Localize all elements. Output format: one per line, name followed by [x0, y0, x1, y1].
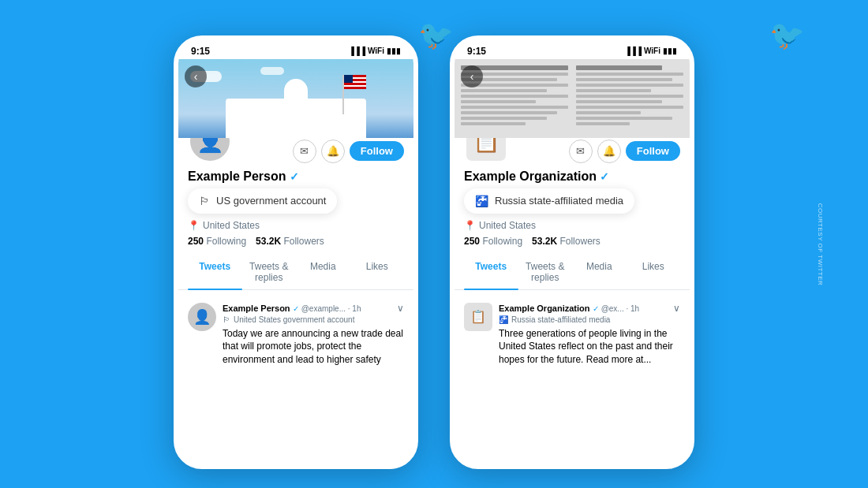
email-button-left[interactable]: ✉	[293, 140, 316, 163]
bell-button-left[interactable]: 🔔	[321, 140, 345, 163]
battery-icon-right: ▮▮▮	[663, 47, 677, 55]
news-line-13	[576, 73, 683, 76]
following-stat-right: 250 Following	[464, 236, 522, 247]
news-line-21	[576, 117, 672, 120]
tweet-item-left: 👤 Example Person ✓ @example... · 1h ∨	[188, 303, 404, 367]
flag-canton	[344, 75, 353, 83]
tweet-label-line-right: 🚰 Russia state-affiliated media	[499, 315, 680, 324]
signal-icon: ▐▐▐	[349, 47, 365, 55]
followers-stat-left: 53.2K Followers	[256, 236, 324, 247]
profile-name-right: Example Organization ✓	[464, 169, 680, 184]
tweet-verified-left: ✓	[293, 304, 299, 313]
signal-icon-right: ▐▐▐	[625, 47, 642, 55]
flag-us	[344, 75, 366, 89]
tweet-name-left: Example Person	[223, 304, 290, 313]
banner-left: ‹	[178, 59, 413, 138]
tweet-verified-right: ✓	[593, 304, 599, 313]
tweet-avatar-icon-right: 📋	[470, 309, 486, 324]
verified-badge-left: ✓	[290, 170, 299, 183]
verified-badge-right: ✓	[600, 170, 609, 183]
tweet-label-text-left: United States government account	[234, 315, 354, 324]
news-line-17	[576, 95, 683, 98]
location-row-right: 📍 United States	[464, 220, 680, 231]
twitter-bird-right: 🐦	[769, 19, 805, 52]
label-pill-left: 🏳 US government account	[188, 188, 337, 214]
news-overlay	[455, 59, 690, 138]
tab-tweets-right[interactable]: Tweets	[464, 255, 518, 289]
tweet-name-row-right: Example Organization ✓ @ex... · 1h	[499, 304, 639, 313]
followers-stat-right: 53.2K Followers	[532, 236, 600, 247]
news-line-22	[576, 122, 630, 125]
tweet-section-right: 📋 Example Organization ✓ @ex... · 1h ∨	[455, 296, 690, 373]
tabs-left: Tweets Tweets & replies Media Likes	[178, 255, 413, 290]
tab-media-right[interactable]: Media	[572, 255, 627, 289]
tweet-name-right: Example Organization	[499, 304, 590, 313]
banner-right: ‹	[455, 59, 690, 138]
profile-info-left: 👤 ✉ 🔔 Follow Example Person ✓ 🏳 US gover…	[178, 119, 413, 296]
follow-button-right[interactable]: Follow	[626, 141, 680, 161]
tweet-more-left[interactable]: ∨	[397, 303, 404, 314]
profile-info-right: 📋 ✉ 🔔 Follow Example Organization ✓ 🚰 Ru…	[455, 119, 690, 296]
news-line-16	[576, 89, 651, 92]
wifi-icon-right: WiFi	[644, 47, 660, 55]
news-line-12	[576, 65, 662, 70]
cloud-2	[260, 67, 284, 75]
wifi-icon: WiFi	[368, 47, 384, 55]
location-icon-left: 📍	[188, 220, 200, 231]
status-icons-left: ▐▐▐ WiFi ▮▮▮	[349, 47, 401, 55]
tweet-text-right: Three generations of people living in th…	[499, 327, 680, 367]
news-col-2	[573, 62, 687, 135]
label-pill-right: 🚰 Russia state-affiliated media	[464, 188, 634, 214]
tweet-more-right[interactable]: ∨	[673, 303, 680, 314]
tweet-name-row-left: Example Person ✓ @example... · 1h	[223, 304, 361, 313]
back-button-right[interactable]: ‹	[461, 65, 483, 88]
watermark: COURTESY OF TWITTER	[817, 203, 824, 285]
tab-tweets-left[interactable]: Tweets	[188, 255, 242, 289]
status-time-right: 9:15	[467, 46, 486, 57]
news-line-7	[461, 100, 536, 103]
tweet-label-icon-left: 🏳	[223, 315, 230, 324]
phones-container: 9:15 ▐▐▐ WiFi ▮▮▮	[174, 35, 694, 469]
label-icon-left: 🏳	[199, 195, 210, 207]
tweet-avatar-icon-left: 👤	[193, 308, 211, 326]
tweet-body-right: Example Organization ✓ @ex... · 1h ∨ 🚰 R…	[499, 303, 680, 367]
news-line-20	[576, 111, 641, 114]
news-line-6	[461, 95, 568, 98]
news-line-5	[461, 89, 547, 92]
following-stat-left: 250 Following	[188, 236, 246, 247]
tab-replies-left[interactable]: Tweets & replies	[242, 255, 297, 289]
location-icon-right: 📍	[464, 220, 476, 231]
tab-likes-left[interactable]: Likes	[350, 255, 405, 289]
email-button-right[interactable]: ✉	[569, 140, 593, 163]
phone-content-left: ‹ 👤 ✉ 🔔 Follow Example Person ✓	[178, 59, 413, 464]
tweet-avatar-right: 📋	[464, 303, 492, 331]
stats-row-right: 250 Following 53.2K Followers	[464, 236, 680, 247]
follow-button-left[interactable]: Follow	[350, 141, 404, 161]
status-time-left: 9:15	[191, 46, 210, 57]
phone-right: 9:15 ▐▐▐ WiFi ▮▮▮	[450, 35, 694, 469]
news-line-15	[576, 84, 683, 87]
news-line-18	[576, 100, 662, 103]
flag-area	[342, 75, 366, 114]
back-button-left[interactable]: ‹	[185, 65, 207, 88]
bell-button-right[interactable]: 🔔	[597, 140, 621, 163]
capitol-illustration	[178, 59, 413, 138]
news-line-19	[576, 106, 683, 109]
stats-row-left: 250 Following 53.2K Followers	[188, 236, 404, 247]
tweet-text-left: Today we are announcing a new trade deal…	[223, 327, 404, 367]
name-text-left: Example Person	[188, 169, 286, 184]
twitter-bird-left: 🐦	[418, 19, 454, 52]
news-line-11	[461, 122, 526, 125]
tab-replies-right[interactable]: Tweets & replies	[518, 255, 573, 289]
phone-content-right: ‹ 📋 ✉ 🔔 Follow Example Organization	[455, 59, 690, 464]
action-buttons-left: ✉ 🔔 Follow	[293, 140, 404, 163]
phone-left: 9:15 ▐▐▐ WiFi ▮▮▮	[174, 35, 418, 469]
location-text-right: United States	[479, 220, 536, 231]
tab-media-left[interactable]: Media	[296, 255, 350, 289]
tab-likes-right[interactable]: Likes	[627, 255, 681, 289]
status-icons-right: ▐▐▐ WiFi ▮▮▮	[625, 47, 677, 55]
tweet-label-text-right: Russia state-affiliated media	[511, 315, 610, 324]
phone-notch-left	[256, 40, 335, 58]
battery-icon: ▮▮▮	[387, 47, 401, 55]
news-grid	[455, 59, 690, 138]
